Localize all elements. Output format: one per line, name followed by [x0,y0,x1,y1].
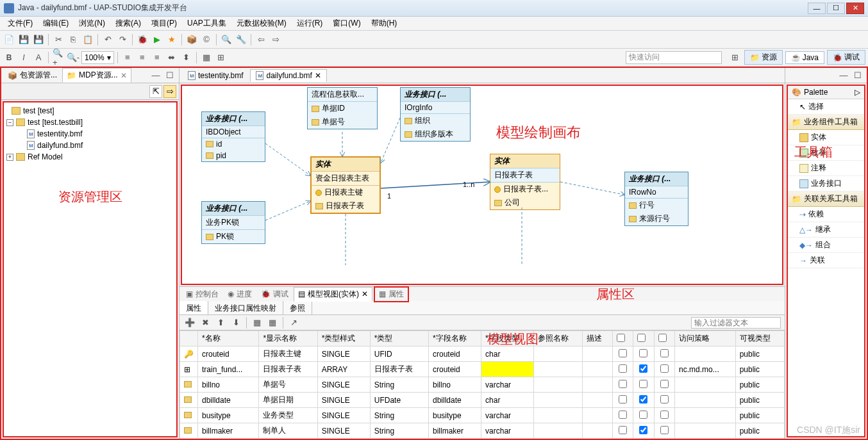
column-header[interactable]: *类型 [370,331,428,346]
tab-model-view[interactable]: ▤ 模型视图(实体) ✕ [294,287,372,302]
persp-debug[interactable]: 🐞调试 [827,50,865,65]
column-header[interactable] [654,331,674,346]
expand-icon[interactable]: + [6,154,13,161]
link-editor-icon[interactable]: ⇨ [163,85,176,98]
cell-ref[interactable] [534,393,583,408]
tab-progress[interactable]: ◉ 进度 [224,288,256,301]
cell-ftype[interactable]: varchar [481,423,534,439]
menu-search[interactable]: 搜索(A) [110,17,146,30]
row-checkbox[interactable] [660,411,669,419]
collapse-all-icon[interactable]: ⇱ [149,85,162,98]
row-checkbox[interactable] [660,380,669,388]
row-checkbox[interactable] [619,426,627,434]
font-color-icon[interactable]: A [32,51,45,64]
task-icon[interactable]: 🔧 [235,33,247,46]
cell-access[interactable]: nc.md.mo... [675,362,736,377]
row-checkbox[interactable] [660,395,669,403]
header-checkbox[interactable] [637,334,646,342]
cell-ref[interactable] [534,408,583,423]
entity-child[interactable]: 实体 日报表子表 日报表子表... 公司 [490,154,560,210]
fwd-icon[interactable]: ⇨ [269,33,282,46]
del-row-icon[interactable]: ✖ [199,316,212,329]
cell-disp[interactable]: 单据日期 [259,393,317,408]
cell-disp[interactable]: 日报表子表 [259,362,317,377]
cell-desc[interactable] [583,362,612,377]
cell-disp[interactable]: 业务类型 [259,408,317,423]
distribute-v-icon[interactable]: ⬍ [180,51,193,64]
tree-refmodel[interactable]: +Ref Model [6,151,174,163]
column-header[interactable]: *字段名称 [429,331,481,346]
persp-resource[interactable]: 📁资源 [744,50,783,65]
open-persp-icon[interactable]: ⊞ [729,51,742,64]
cell-ftype[interactable] [481,362,534,377]
row-checkbox[interactable] [619,380,627,388]
tree-file-dailyfund[interactable]: dailyfund.bmf [6,140,174,151]
entity-main[interactable]: 实体 资金日报表主表 日报表主键 日报表子表 [310,156,381,214]
cell-desc[interactable] [583,408,612,423]
cell-type[interactable]: 日报表子表 [370,362,428,377]
table-row[interactable]: busitype业务类型SINGLEStringbusitypevarcharp… [180,408,785,423]
minimize-view-icon[interactable]: — [149,69,162,82]
cell-field[interactable]: crouteid [429,362,481,377]
row-checkbox[interactable] [660,426,669,434]
cell-name[interactable]: billmaker [198,423,259,439]
interface-pklock[interactable]: 业务接口 (... 业务PK锁 PK锁 [201,201,265,244]
tab-debug-view[interactable]: 🐞 调试 [257,288,292,301]
row-checkbox[interactable] [639,395,647,403]
column-header[interactable]: 可视类型 [735,331,784,346]
align-right-icon[interactable]: ≡ [151,51,163,64]
close-icon[interactable]: ✕ [315,71,321,80]
cell-name[interactable]: busitype [198,408,259,423]
column-header[interactable]: 访问策略 [675,331,736,346]
palette-entity[interactable]: 实体 [788,130,864,145]
cell-type[interactable]: String [370,423,428,439]
interface-ibdobject[interactable]: 业务接口 (... IBDObject id pid [201,111,265,162]
cell-access[interactable] [675,408,736,423]
new-class-icon[interactable]: © [200,33,213,46]
cell-visibility[interactable]: public [735,408,784,423]
row-checkbox[interactable] [660,349,669,357]
align-left-icon[interactable]: ≡ [121,51,134,64]
add-row-icon[interactable]: ➕ [183,316,196,329]
cell-style[interactable]: SINGLE [317,346,370,362]
quick-access[interactable]: 快速访问 [626,51,722,64]
palette-dependency[interactable]: ⇢ 依赖 [788,207,864,222]
cell-visibility[interactable]: public [735,423,784,439]
persp-java[interactable]: ☕Java [785,51,824,64]
font-i-icon[interactable]: I [17,51,30,64]
grid1-icon[interactable]: ▦ [251,316,263,329]
zoom-in-icon[interactable]: 🔍+ [52,51,65,64]
row-checkbox[interactable] [619,411,627,419]
minimize-button[interactable]: — [808,3,826,14]
cell-disp[interactable]: 日报表主键 [259,346,317,362]
new-icon[interactable]: 📄 [3,33,15,46]
tab-mdp-explorer[interactable]: 📁 MDP资源... ✕ [62,68,131,83]
tree-file-testentity[interactable]: testentity.bmf [6,128,174,140]
row-checkbox[interactable] [619,349,627,357]
row-checkbox[interactable] [639,380,647,388]
filter-input[interactable] [691,317,781,329]
cell-visibility[interactable]: public [735,393,784,408]
interface-flow-info[interactable]: 流程信息获取... 单据ID 单据号 [307,87,378,129]
row-checkbox[interactable] [660,364,669,373]
tab-pkg-explorer[interactable]: 📦 包资源管... [4,69,61,82]
grid2-icon[interactable]: ▦ [266,316,279,329]
zoom-out-icon[interactable]: 🔍- [67,51,79,64]
tree-test[interactable]: test [test] [6,105,174,117]
menu-project[interactable]: 项目(P) [146,17,182,30]
model-canvas[interactable]: 模型绘制画布 流程信息获取... 单据ID 单据号 业务接口 (... IOrg… [181,85,783,285]
cell-desc[interactable] [583,377,612,393]
column-header[interactable] [633,331,654,346]
cell-access[interactable] [675,423,736,439]
maximize-view-icon[interactable]: ☐ [163,69,176,82]
table-row[interactable]: ⊞train_fund...日报表子表ARRAY日报表子表crouteidnc.… [180,362,785,377]
maximize-view-icon[interactable]: ☐ [851,69,864,82]
copy-icon[interactable]: ⎘ [67,33,79,46]
menu-uap[interactable]: UAP工具集 [182,17,231,30]
palette-interface[interactable]: 业务接口 [788,176,864,191]
palette-select[interactable]: ↖ 选择 [788,99,864,115]
cell-style[interactable]: ARRAY [317,362,370,377]
menu-meta[interactable]: 元数据校验(M) [231,17,292,30]
cell-visibility[interactable]: public [735,377,784,393]
distribute-h-icon[interactable]: ⬌ [165,51,178,64]
